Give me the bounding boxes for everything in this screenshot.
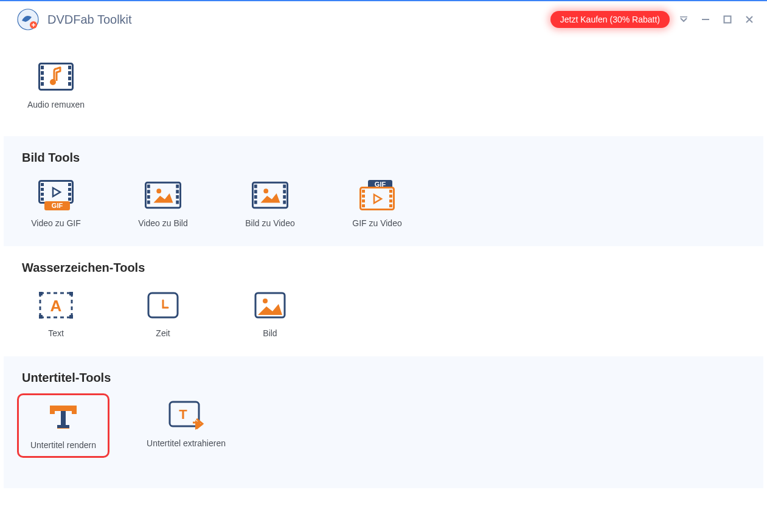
tool-untertitel-extrahieren[interactable]: T Untertitel extrahieren (144, 401, 229, 452)
svg-rect-55 (389, 199, 392, 202)
section-title-wasserzeichen: Wasserzeichen-Tools (22, 261, 745, 275)
section-title-bild: Bild Tools (22, 151, 745, 165)
maximize-icon[interactable] (722, 14, 733, 25)
svg-rect-26 (145, 182, 180, 208)
film-gif-icon: GIF (38, 181, 74, 210)
tool-video-zu-gif[interactable]: GIF Video zu GIF (22, 181, 90, 228)
svg-rect-22 (68, 193, 71, 196)
window-controls (678, 14, 755, 25)
tool-watermark-time[interactable]: Zeit (129, 291, 197, 338)
tool-label: Video zu Bild (138, 218, 187, 228)
svg-rect-49 (362, 190, 365, 193)
svg-rect-56 (389, 204, 392, 207)
tool-video-zu-bild[interactable]: Video zu Bild (129, 181, 197, 228)
svg-rect-30 (147, 201, 150, 204)
tool-watermark-image[interactable]: Bild (236, 291, 304, 338)
svg-rect-6 (41, 66, 44, 69)
svg-rect-28 (147, 190, 150, 193)
svg-rect-59 (39, 315, 43, 319)
tool-watermark-text[interactable]: A Text (22, 291, 90, 338)
svg-rect-32 (176, 190, 179, 193)
svg-point-64 (263, 299, 268, 303)
dropdown-icon[interactable] (678, 14, 689, 25)
svg-rect-50 (362, 195, 365, 198)
svg-rect-19 (41, 198, 44, 201)
svg-rect-10 (68, 66, 71, 69)
tool-label: Untertitel rendern (30, 440, 96, 450)
svg-rect-11 (68, 71, 71, 75)
svg-rect-20 (68, 183, 71, 186)
svg-rect-23 (68, 198, 71, 201)
svg-rect-69 (57, 425, 69, 428)
app-logo-icon (17, 9, 39, 30)
gif-film-icon: GIF (359, 181, 395, 210)
minimize-icon[interactable] (700, 14, 711, 25)
svg-rect-71 (61, 411, 66, 425)
svg-rect-58 (69, 292, 73, 295)
tool-label: Text (48, 328, 64, 338)
svg-rect-9 (41, 82, 44, 86)
svg-text:GIF: GIF (52, 202, 63, 209)
svg-rect-42 (283, 190, 286, 193)
svg-rect-41 (283, 185, 286, 188)
svg-rect-16 (41, 183, 44, 186)
tool-label: GIF zu Video (352, 218, 401, 228)
image-icon (252, 291, 288, 320)
tool-label: Audio remuxen (27, 100, 85, 109)
tool-label: Bild (263, 328, 277, 338)
main-content: Audio remuxen Bild Tools GIF Video zu GI… (0, 38, 767, 532)
film-audio-icon (38, 62, 74, 91)
tool-untertitel-rendern[interactable]: Untertitel rendern (17, 393, 109, 458)
tool-label: Bild zu Video (245, 218, 294, 228)
svg-rect-29 (147, 195, 150, 199)
film-image-icon (252, 181, 288, 210)
section-untertitel: Untertitel-Tools Untert (4, 356, 763, 488)
svg-rect-27 (147, 185, 150, 188)
svg-rect-21 (68, 188, 71, 191)
buy-now-button[interactable]: Jetzt Kaufen (30% Rabatt) (550, 11, 670, 28)
close-icon[interactable] (744, 14, 755, 25)
svg-rect-18 (41, 193, 44, 196)
text-export-icon: T (168, 401, 204, 430)
text-t-icon (45, 402, 82, 432)
tool-label: Video zu GIF (31, 218, 80, 228)
svg-point-45 (263, 188, 268, 193)
svg-rect-52 (362, 204, 365, 207)
section-bild-tools: Bild Tools GIF Video zu GIF (4, 136, 763, 246)
clock-icon (145, 291, 181, 320)
text-select-icon: A (38, 291, 74, 320)
tool-gif-zu-video[interactable]: GIF GIF zu Video (343, 181, 411, 228)
svg-rect-44 (283, 201, 286, 204)
app-title: DVDFab Toolkit (47, 13, 132, 27)
svg-rect-37 (254, 185, 257, 188)
svg-rect-33 (176, 195, 179, 199)
svg-rect-7 (41, 71, 44, 75)
tool-bild-zu-video[interactable]: Bild zu Video (236, 181, 304, 228)
svg-rect-51 (362, 199, 365, 202)
svg-text:T: T (179, 407, 187, 422)
svg-rect-70 (51, 407, 75, 411)
svg-rect-38 (254, 190, 257, 193)
svg-rect-8 (41, 77, 44, 80)
svg-rect-15 (40, 181, 73, 203)
svg-rect-4 (724, 16, 731, 23)
svg-point-14 (50, 79, 56, 85)
svg-rect-17 (41, 188, 44, 191)
tool-label: Untertitel extrahieren (147, 438, 226, 448)
svg-rect-39 (254, 195, 257, 199)
svg-rect-54 (389, 195, 392, 198)
svg-rect-3 (702, 19, 709, 20)
tool-label: Zeit (156, 328, 170, 338)
svg-rect-53 (389, 190, 392, 193)
film-image-icon (145, 181, 181, 210)
svg-rect-34 (176, 201, 179, 204)
svg-rect-2 (680, 16, 687, 18)
tool-audio-remuxen[interactable]: Audio remuxen (22, 62, 90, 109)
svg-rect-12 (68, 77, 71, 80)
svg-rect-36 (252, 182, 287, 208)
svg-rect-31 (176, 185, 179, 188)
section-title-untertitel: Untertitel-Tools (22, 371, 745, 385)
svg-rect-60 (69, 315, 73, 319)
svg-text:A: A (50, 297, 62, 315)
section-wasserzeichen: Wasserzeichen-Tools A Text (4, 246, 763, 356)
